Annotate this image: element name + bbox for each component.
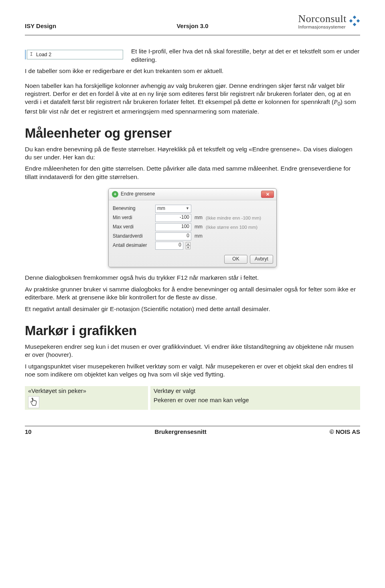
paragraph: Et negativt antall desimaler gir E-notas… [25, 305, 360, 313]
dialog-title: Endre grensene [121, 191, 155, 197]
limits-dialog: + Endre grensene ✕ Benevning mm ▼ Min ve… [108, 188, 277, 267]
paragraph: Du kan endre benevning på de fleste stør… [25, 145, 360, 162]
editing-textfield-value: Load 2 [36, 51, 51, 58]
section-heading-cursor: Markør i grafikken [25, 322, 360, 340]
math-subscript: 0 [338, 101, 340, 107]
paragraph-text: Noen tabeller kan ha forskjellige kolonn… [25, 82, 351, 106]
std-input[interactable]: 0 [155, 232, 191, 240]
paragraph: Av praktiske grunner bruker vi samme dia… [25, 285, 360, 302]
hand-cursor-cell [25, 395, 149, 410]
max-unit: mm [195, 224, 203, 230]
tool-selected-text: Verktøy er valgt [149, 386, 360, 396]
chevron-down-icon: ▼ [186, 246, 190, 249]
svg-rect-1 [349, 19, 353, 22]
svg-rect-3 [353, 23, 356, 26]
logo-icon [349, 15, 360, 28]
text-cursor-icon: I [29, 51, 34, 58]
page-footer: 10 Brukergrensesnitt © NOIS AS [25, 428, 360, 440]
min-input[interactable]: -100 [155, 214, 191, 222]
math-symbol: P [334, 98, 337, 105]
max-label: Max verdi [113, 224, 153, 230]
std-unit: mm [195, 233, 203, 240]
footer-title: Brukergrensesnitt [155, 428, 207, 436]
paragraph: I utgangspunktet viser musepekeren hvilk… [25, 362, 360, 379]
logo-subtext: Informasjonssystemer [298, 24, 346, 30]
hover-selectable-text: Pekeren er over noe man kan velge [149, 395, 360, 410]
benevning-value: mm [157, 205, 165, 212]
page-number: 10 [25, 428, 32, 436]
paragraph: Noen tabeller kan ha forskjellige kolonn… [25, 82, 360, 116]
header-left: ISY Design [25, 22, 137, 30]
dec-input[interactable]: 0 [155, 242, 183, 250]
table-row: Pekeren er over noe man kan velge [25, 395, 360, 410]
chevron-up-icon: ▲ [186, 242, 190, 246]
cancel-button[interactable]: Avbryt [250, 255, 273, 264]
ok-button[interactable]: OK [224, 255, 247, 264]
chevron-down-icon: ▼ [186, 206, 189, 211]
min-unit: mm [195, 215, 203, 221]
tool-pointer-label: «Verktøyet sin peker» [25, 386, 149, 396]
editing-field-figure: I Load 2 [25, 50, 123, 59]
section-heading-units: Måleenheter og grenser [25, 124, 360, 142]
header-version: Versjon 3.0 [137, 22, 249, 30]
paragraph: Denne dialogboksen fremkommer også hvis … [25, 274, 360, 282]
close-icon: ✕ [266, 191, 270, 197]
dec-label: Antall desimaler [113, 242, 153, 249]
svg-rect-2 [357, 19, 360, 22]
logo-text: Norconsult [298, 14, 346, 24]
min-label: Min verdi [113, 215, 153, 221]
max-hint: (Ikke større enn 100 mm) [206, 224, 257, 230]
table-row: «Verktøyet sin peker» Verktøy er valgt [25, 386, 360, 396]
editing-textfield[interactable]: I Load 2 [27, 50, 123, 59]
min-hint: (Ikke mindre enn -100 mm) [206, 215, 261, 221]
std-label: Standardverdi [113, 233, 153, 240]
max-input[interactable]: 100 [155, 223, 191, 231]
benevning-label: Benevning [113, 205, 153, 212]
dec-spinner[interactable]: ▲ ▼ [186, 242, 190, 249]
paragraph: I de tabeller som ikke er redigerbare er… [25, 67, 360, 75]
close-button[interactable]: ✕ [261, 191, 274, 198]
page-header: ISY Design Versjon 3.0 Norconsult Inform… [25, 14, 360, 33]
paragraph: Endre måleenheten for den gitte størrels… [25, 165, 360, 181]
header-rule [25, 35, 360, 35]
hand-cursor-icon [28, 396, 39, 408]
plus-icon: + [112, 191, 118, 197]
benevning-select[interactable]: mm ▼ [155, 205, 191, 213]
footer-rule [25, 426, 360, 426]
footer-copyright: © NOIS AS [330, 428, 360, 436]
header-logo: Norconsult Informasjonssystemer [248, 14, 360, 30]
dialog-titlebar: + Endre grensene ✕ [109, 189, 276, 200]
paragraph: Musepekeren endrer seg kun i det musen e… [25, 343, 360, 359]
svg-rect-0 [353, 16, 356, 19]
cursor-table: «Verktøyet sin peker» Verktøy er valgt P… [25, 386, 360, 410]
